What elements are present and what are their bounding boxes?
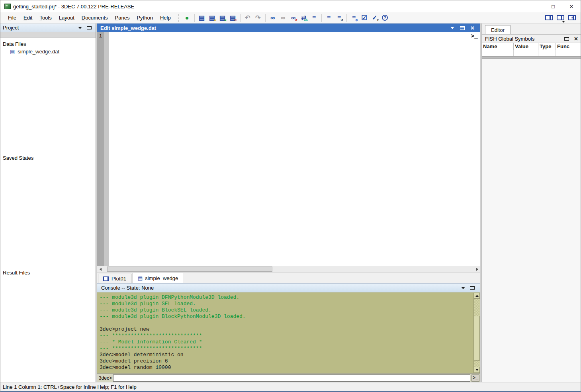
pane-help-icon[interactable]: ? — [568, 15, 576, 20]
menu-panes[interactable]: Panes — [112, 13, 133, 22]
find-replace-icon[interactable]: ∞↺ — [288, 13, 299, 23]
console-restore-icon[interactable] — [470, 286, 475, 290]
find-icon[interactable]: ∞ — [268, 13, 278, 23]
tab-label: simple_wedge — [145, 275, 178, 281]
menu-bar: FileEditToolsLayoutDocumentsPanesPythonH… — [0, 13, 174, 22]
menu-python[interactable]: Python — [133, 13, 156, 22]
fish-table-header: NameValueTypeFunc — [482, 43, 581, 50]
scroll-up-icon[interactable] — [474, 293, 480, 299]
menu-help[interactable]: Help — [156, 13, 174, 22]
table-cell — [538, 50, 556, 56]
section-label-result-files[interactable]: Result Files — [3, 269, 92, 276]
project-tree: Data Files▤simple_wedge.datSaved StatesR… — [0, 38, 96, 382]
section-label-data-files[interactable]: Data Files — [3, 40, 92, 48]
console-vertical-scrollbar[interactable] — [473, 293, 480, 373]
column-header-value[interactable]: Value — [514, 43, 538, 50]
scrollbar-thumb[interactable] — [107, 267, 272, 272]
column-header-name[interactable]: Name — [482, 43, 514, 50]
align-lines-icon[interactable]: ≡ — [324, 13, 334, 23]
toolbar-separator — [194, 14, 195, 22]
console-lines: --- module3d plugin DFNPythonModule3D lo… — [100, 294, 471, 371]
window-title: getting_started.prj* - 3DEC 7.00.122 PRE… — [13, 4, 134, 10]
section-result-files: Result Files — [3, 269, 92, 276]
editor-pane-title: Edit simple_wedge.dat — [100, 25, 156, 31]
plot-icon — [103, 276, 109, 281]
datafile-icon[interactable]: ▤ — [197, 13, 207, 23]
editor-text-area[interactable]: >_ — [109, 32, 480, 266]
project-panel-header[interactable]: Project — [0, 24, 96, 32]
console-command-input[interactable] — [113, 374, 470, 382]
pane-layout-icon[interactable] — [545, 15, 553, 20]
new-datafile-icon[interactable]: ▤■ — [207, 13, 217, 23]
menu-tools[interactable]: Tools — [36, 13, 55, 22]
toolbar: ●▤▤■▤■▤✕↶↷∞∞∞↺⇄ab≡≡≡↺≡⊕☑✓▾? — [182, 13, 390, 23]
help-icon[interactable]: ? — [380, 13, 390, 23]
project-panel-title: Project — [3, 25, 19, 31]
pane-list-icon[interactable] — [557, 15, 564, 20]
menu-file[interactable]: File — [4, 13, 20, 22]
maximize-button[interactable]: □ — [544, 0, 562, 12]
console-line: --- module3d plugin BlockSEL loaded. — [100, 307, 471, 314]
toolbar-separator — [346, 14, 347, 22]
editor-menu-icon[interactable] — [450, 27, 454, 29]
close-datafile-icon[interactable]: ▤✕ — [228, 13, 238, 23]
scroll-down-icon[interactable] — [474, 367, 480, 373]
console-line: --- ***************************** — [100, 345, 471, 352]
editor-prompt-toggle-icon[interactable]: >_ — [471, 33, 478, 40]
editor-pane-header[interactable]: Edit simple_wedge.dat ✕ — [97, 24, 480, 32]
console-prompt-button[interactable]: >_ — [471, 374, 479, 382]
menu-edit[interactable]: Edit — [20, 13, 36, 22]
table-cell — [514, 50, 538, 56]
status-text: Line 1 Column 1: CTRL+Space for Inline H… — [3, 384, 137, 390]
document-tab-bar: Plot01▤simple_wedge — [97, 272, 480, 283]
console-prompt-label: 3dec> — [99, 375, 113, 381]
scrollbar-thumb[interactable] — [474, 316, 480, 361]
project-panel: Project Data Files▤simple_wedge.datSaved… — [0, 24, 96, 382]
editor-horizontal-scrollbar[interactable] — [97, 266, 480, 272]
fish-symbols-table: NameValueTypeFunc — [482, 43, 581, 56]
close-button[interactable]: ✕ — [562, 0, 581, 12]
datafile-label: simple_wedge.dat — [18, 49, 59, 55]
column-header-type[interactable]: Type — [538, 43, 556, 50]
fish-restore-icon[interactable] — [564, 37, 569, 41]
find-next-icon[interactable]: ∞ — [278, 13, 288, 23]
fish-close-icon[interactable]: ✕ — [574, 36, 578, 41]
line-number-gutter: 1 — [97, 32, 104, 266]
tab-simple-wedge[interactable]: ▤simple_wedge — [133, 273, 183, 283]
scroll-right-icon[interactable] — [474, 266, 480, 272]
replace-words-icon[interactable]: ⇄ab — [299, 13, 309, 23]
editor-restore-icon[interactable] — [460, 26, 465, 30]
right-panel: Editor FISH Global Symbols ✕ NameValueTy… — [481, 24, 581, 382]
scroll-left-icon[interactable] — [97, 266, 104, 272]
indent-lines-icon[interactable]: ≡ — [309, 13, 319, 23]
execute-icon[interactable]: ● — [182, 13, 192, 23]
menu-layout[interactable]: Layout — [55, 13, 78, 22]
datafile-item[interactable]: ▤simple_wedge.dat — [3, 48, 92, 55]
section-label-saved-states[interactable]: Saved States — [3, 154, 92, 162]
fish-symbols-header[interactable]: FISH Global Symbols ✕ — [482, 35, 581, 43]
workspace: Project Data Files▤simple_wedge.datSaved… — [0, 24, 581, 382]
column-header-func[interactable]: Func — [556, 43, 581, 50]
tab-plot01[interactable]: Plot01 — [98, 274, 131, 283]
menu-documents[interactable]: Documents — [78, 13, 112, 22]
checkbox-icon[interactable]: ☑ — [359, 13, 370, 23]
console-header[interactable]: Console -- State: None — [97, 283, 480, 292]
table-row — [482, 50, 581, 56]
tab-editor[interactable]: Editor — [485, 25, 511, 34]
console-title: Console -- State: None — [101, 285, 154, 291]
editor-close-icon[interactable]: ✕ — [470, 25, 475, 31]
check-syntax-icon[interactable]: ✓▾ — [370, 13, 380, 23]
undo-icon[interactable]: ↶ — [243, 13, 253, 23]
redo-icon[interactable]: ↷ — [253, 13, 263, 23]
menu-toolbar-row: FileEditToolsLayoutDocumentsPanesPythonH… — [0, 12, 581, 24]
console-menu-icon[interactable] — [461, 287, 465, 289]
console-line: 3dec>model random 10000 — [100, 365, 471, 371]
project-restore-icon[interactable] — [87, 26, 92, 29]
search-lines-icon[interactable]: ≡⊕ — [349, 13, 359, 23]
save-datafile-icon[interactable]: ▤■ — [217, 13, 228, 23]
minimize-button[interactable]: — — [526, 0, 544, 12]
project-menu-icon[interactable] — [78, 27, 82, 29]
app-logo-icon — [4, 4, 11, 9]
revert-line-icon[interactable]: ≡↺ — [334, 13, 344, 23]
project-panel-strip — [0, 32, 96, 38]
